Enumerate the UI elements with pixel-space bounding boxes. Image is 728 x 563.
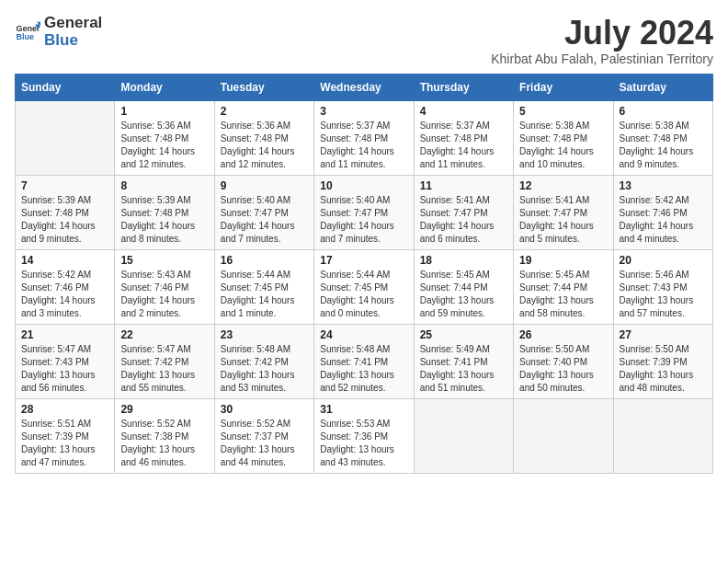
column-header-saturday: Saturday bbox=[613, 74, 712, 100]
day-info: Sunrise: 5:36 AMSunset: 7:48 PMDaylight:… bbox=[221, 120, 308, 171]
calendar-cell: 16Sunrise: 5:44 AMSunset: 7:45 PMDayligh… bbox=[214, 249, 313, 324]
calendar-cell: 3Sunrise: 5:37 AMSunset: 7:48 PMDaylight… bbox=[314, 100, 414, 175]
column-header-friday: Friday bbox=[514, 74, 613, 100]
title-area: July 2024 Khirbat Abu Falah, Palestinian… bbox=[491, 15, 713, 66]
logo-icon: General Blue bbox=[15, 19, 40, 45]
calendar-cell: 10Sunrise: 5:40 AMSunset: 7:47 PMDayligh… bbox=[314, 175, 414, 249]
calendar-cell bbox=[414, 398, 513, 473]
calendar-cell: 31Sunrise: 5:53 AMSunset: 7:36 PMDayligh… bbox=[314, 398, 414, 473]
day-info: Sunrise: 5:45 AMSunset: 7:44 PMDaylight:… bbox=[519, 269, 607, 320]
calendar-cell: 17Sunrise: 5:44 AMSunset: 7:45 PMDayligh… bbox=[314, 249, 414, 324]
calendar-cell: 20Sunrise: 5:46 AMSunset: 7:43 PMDayligh… bbox=[613, 249, 712, 324]
calendar-cell: 26Sunrise: 5:50 AMSunset: 7:40 PMDayligh… bbox=[514, 324, 613, 398]
day-info: Sunrise: 5:45 AMSunset: 7:44 PMDaylight:… bbox=[420, 269, 507, 320]
calendar-cell: 29Sunrise: 5:52 AMSunset: 7:38 PMDayligh… bbox=[115, 398, 214, 473]
day-number: 9 bbox=[221, 179, 308, 192]
day-number: 6 bbox=[620, 105, 707, 118]
calendar-week-row: 14Sunrise: 5:42 AMSunset: 7:46 PMDayligh… bbox=[16, 249, 713, 324]
day-info: Sunrise: 5:41 AMSunset: 7:47 PMDaylight:… bbox=[519, 194, 607, 246]
calendar-header-row: SundayMondayTuesdayWednesdayThursdayFrid… bbox=[16, 74, 713, 100]
calendar-cell bbox=[514, 398, 613, 473]
day-number: 23 bbox=[221, 328, 308, 341]
day-number: 19 bbox=[519, 254, 607, 267]
day-number: 13 bbox=[620, 179, 707, 192]
day-info: Sunrise: 5:46 AMSunset: 7:43 PMDaylight:… bbox=[620, 269, 707, 320]
day-number: 8 bbox=[120, 179, 208, 192]
day-number: 29 bbox=[120, 403, 208, 416]
calendar-cell: 5Sunrise: 5:38 AMSunset: 7:48 PMDaylight… bbox=[514, 100, 613, 175]
calendar-week-row: 7Sunrise: 5:39 AMSunset: 7:48 PMDaylight… bbox=[16, 175, 713, 249]
day-number: 14 bbox=[21, 254, 108, 267]
day-number: 24 bbox=[320, 328, 407, 341]
day-info: Sunrise: 5:47 AMSunset: 7:43 PMDaylight:… bbox=[21, 343, 108, 395]
day-info: Sunrise: 5:40 AMSunset: 7:47 PMDaylight:… bbox=[221, 194, 308, 246]
day-number: 20 bbox=[620, 254, 707, 267]
calendar-cell: 19Sunrise: 5:45 AMSunset: 7:44 PMDayligh… bbox=[514, 249, 613, 324]
day-info: Sunrise: 5:48 AMSunset: 7:42 PMDaylight:… bbox=[221, 343, 308, 395]
day-info: Sunrise: 5:44 AMSunset: 7:45 PMDaylight:… bbox=[320, 269, 407, 320]
day-number: 22 bbox=[120, 328, 208, 341]
day-number: 11 bbox=[420, 179, 507, 192]
calendar-cell: 25Sunrise: 5:49 AMSunset: 7:41 PMDayligh… bbox=[414, 324, 513, 398]
day-info: Sunrise: 5:52 AMSunset: 7:38 PMDaylight:… bbox=[120, 418, 208, 469]
day-info: Sunrise: 5:38 AMSunset: 7:48 PMDaylight:… bbox=[620, 120, 707, 171]
day-info: Sunrise: 5:51 AMSunset: 7:39 PMDaylight:… bbox=[21, 418, 108, 469]
calendar-cell: 11Sunrise: 5:41 AMSunset: 7:47 PMDayligh… bbox=[414, 175, 513, 249]
calendar-cell: 14Sunrise: 5:42 AMSunset: 7:46 PMDayligh… bbox=[16, 249, 115, 324]
logo: General Blue General Blue bbox=[15, 15, 102, 49]
column-header-tuesday: Tuesday bbox=[214, 74, 313, 100]
day-number: 15 bbox=[120, 254, 208, 267]
calendar-cell: 7Sunrise: 5:39 AMSunset: 7:48 PMDaylight… bbox=[16, 175, 115, 249]
day-info: Sunrise: 5:41 AMSunset: 7:47 PMDaylight:… bbox=[420, 194, 507, 246]
calendar-cell: 8Sunrise: 5:39 AMSunset: 7:48 PMDaylight… bbox=[115, 175, 214, 249]
day-info: Sunrise: 5:43 AMSunset: 7:46 PMDaylight:… bbox=[120, 269, 208, 320]
calendar-cell: 23Sunrise: 5:48 AMSunset: 7:42 PMDayligh… bbox=[214, 324, 313, 398]
day-info: Sunrise: 5:39 AMSunset: 7:48 PMDaylight:… bbox=[21, 194, 108, 246]
day-number: 2 bbox=[221, 105, 308, 118]
day-number: 25 bbox=[420, 328, 507, 341]
calendar-table: SundayMondayTuesdayWednesdayThursdayFrid… bbox=[15, 74, 713, 474]
day-info: Sunrise: 5:36 AMSunset: 7:48 PMDaylight:… bbox=[120, 120, 208, 171]
day-number: 10 bbox=[320, 179, 407, 192]
day-info: Sunrise: 5:53 AMSunset: 7:36 PMDaylight:… bbox=[320, 418, 407, 469]
column-header-wednesday: Wednesday bbox=[314, 74, 414, 100]
calendar-cell: 1Sunrise: 5:36 AMSunset: 7:48 PMDaylight… bbox=[115, 100, 214, 175]
column-header-sunday: Sunday bbox=[16, 74, 115, 100]
calendar-cell: 28Sunrise: 5:51 AMSunset: 7:39 PMDayligh… bbox=[16, 398, 115, 473]
svg-text:Blue: Blue bbox=[16, 32, 34, 41]
logo-text-blue: Blue bbox=[44, 32, 102, 50]
day-info: Sunrise: 5:50 AMSunset: 7:40 PMDaylight:… bbox=[519, 343, 607, 395]
day-info: Sunrise: 5:39 AMSunset: 7:48 PMDaylight:… bbox=[120, 194, 208, 246]
day-info: Sunrise: 5:37 AMSunset: 7:48 PMDaylight:… bbox=[320, 120, 407, 171]
day-number: 31 bbox=[320, 403, 407, 416]
day-info: Sunrise: 5:44 AMSunset: 7:45 PMDaylight:… bbox=[221, 269, 308, 320]
day-info: Sunrise: 5:37 AMSunset: 7:48 PMDaylight:… bbox=[420, 120, 507, 171]
calendar-cell: 24Sunrise: 5:48 AMSunset: 7:41 PMDayligh… bbox=[314, 324, 414, 398]
day-info: Sunrise: 5:50 AMSunset: 7:39 PMDaylight:… bbox=[620, 343, 707, 395]
calendar-week-row: 21Sunrise: 5:47 AMSunset: 7:43 PMDayligh… bbox=[16, 324, 713, 398]
day-number: 26 bbox=[519, 328, 607, 341]
day-number: 3 bbox=[320, 105, 407, 118]
day-number: 12 bbox=[519, 179, 607, 192]
page-header: General Blue General Blue July 2024 Khir… bbox=[15, 15, 713, 66]
calendar-cell: 6Sunrise: 5:38 AMSunset: 7:48 PMDaylight… bbox=[613, 100, 712, 175]
column-header-monday: Monday bbox=[115, 74, 214, 100]
day-number: 28 bbox=[21, 403, 108, 416]
calendar-cell: 15Sunrise: 5:43 AMSunset: 7:46 PMDayligh… bbox=[115, 249, 214, 324]
day-info: Sunrise: 5:52 AMSunset: 7:37 PMDaylight:… bbox=[221, 418, 308, 469]
calendar-cell: 9Sunrise: 5:40 AMSunset: 7:47 PMDaylight… bbox=[214, 175, 313, 249]
calendar-cell: 27Sunrise: 5:50 AMSunset: 7:39 PMDayligh… bbox=[613, 324, 712, 398]
calendar-cell: 4Sunrise: 5:37 AMSunset: 7:48 PMDaylight… bbox=[414, 100, 513, 175]
calendar-week-row: 28Sunrise: 5:51 AMSunset: 7:39 PMDayligh… bbox=[16, 398, 713, 473]
calendar-cell: 21Sunrise: 5:47 AMSunset: 7:43 PMDayligh… bbox=[16, 324, 115, 398]
day-number: 18 bbox=[420, 254, 507, 267]
day-info: Sunrise: 5:38 AMSunset: 7:48 PMDaylight:… bbox=[519, 120, 607, 171]
day-number: 7 bbox=[21, 179, 108, 192]
calendar-week-row: 1Sunrise: 5:36 AMSunset: 7:48 PMDaylight… bbox=[16, 100, 713, 175]
day-number: 21 bbox=[21, 328, 108, 341]
day-info: Sunrise: 5:48 AMSunset: 7:41 PMDaylight:… bbox=[320, 343, 407, 395]
logo-text-general: General bbox=[44, 15, 102, 32]
day-number: 5 bbox=[519, 105, 607, 118]
day-info: Sunrise: 5:47 AMSunset: 7:42 PMDaylight:… bbox=[120, 343, 208, 395]
day-info: Sunrise: 5:40 AMSunset: 7:47 PMDaylight:… bbox=[320, 194, 407, 246]
